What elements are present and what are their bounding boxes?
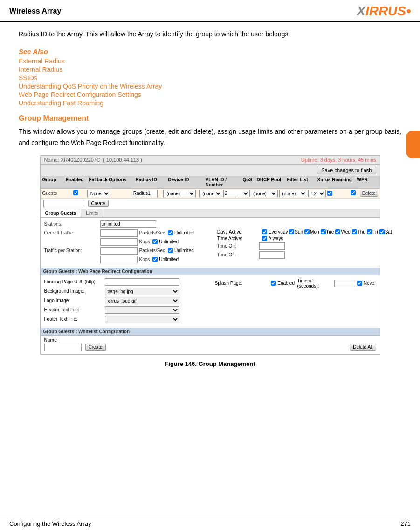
ssids-link[interactable]: SSIDs xyxy=(19,74,37,82)
device-select[interactable]: (none) xyxy=(163,190,196,197)
col-fallback: Fallback Options xyxy=(89,177,136,187)
splash-enabled-checkbox[interactable] xyxy=(271,281,276,286)
header-select[interactable] xyxy=(105,306,179,314)
cell-delete: Delete xyxy=(360,190,378,197)
overall-kbps-input[interactable] xyxy=(100,238,138,246)
external-radius-link[interactable]: External Radius xyxy=(19,57,65,65)
col-wpr: WPR xyxy=(357,177,371,187)
stations-row: Stations: xyxy=(44,220,376,228)
internal-radius-link[interactable]: Internal Radius xyxy=(19,66,62,73)
xirrus-checkbox[interactable] xyxy=(327,191,332,196)
wpr-checkbox[interactable] xyxy=(351,190,356,195)
tab-limits[interactable]: Limits xyxy=(81,209,103,217)
section-paragraph: This window allows you to manage groups … xyxy=(19,126,401,149)
stations-input[interactable] xyxy=(100,220,156,228)
header-title: Wireless Array xyxy=(9,7,61,15)
figure-caption: Figure 146. Group Management xyxy=(19,360,401,367)
device-bar: Name: XR401Z002207C ( 10.100.44.113 ) Up… xyxy=(41,156,380,165)
page-footer: Configuring the Wireless Array 271 xyxy=(0,517,420,530)
wpr-left: Landing Page URL (http): Background Imag… xyxy=(44,278,206,325)
create-row: Create xyxy=(41,199,380,209)
wpr-right: Splash Page: Enabled Timeout (seconds): … xyxy=(206,278,376,325)
wpr-panel: Landing Page URL (http): Background Imag… xyxy=(41,275,380,328)
everyday-checkbox[interactable] xyxy=(262,229,267,234)
logo-row: Logo Image: xirrus_logo.gif xyxy=(44,297,206,304)
logo-select[interactable]: xirrus_logo.gif xyxy=(105,297,179,304)
list-item[interactable]: SSIDs xyxy=(19,74,401,82)
cell-wpr xyxy=(346,190,360,196)
see-also-list: External Radius Internal Radius SSIDs Un… xyxy=(19,57,401,107)
timeout-label: Timeout (seconds): xyxy=(297,278,332,289)
splash-label: Splash Page: xyxy=(215,281,269,286)
station-kbps-input[interactable] xyxy=(100,256,138,263)
qos-select[interactable] xyxy=(237,190,250,197)
background-row: Background Image: page_bg.jpg xyxy=(44,288,206,295)
list-item[interactable]: Understanding Fast Roaming xyxy=(19,99,401,107)
whitelist-create-btn[interactable]: Create xyxy=(85,344,106,351)
col-device: Device ID xyxy=(168,177,206,187)
new-group-input[interactable] xyxy=(43,200,85,207)
cell-radius xyxy=(132,190,163,197)
create-button[interactable]: Create xyxy=(88,200,109,207)
list-item[interactable]: Internal Radius xyxy=(19,66,401,73)
dhcp-select[interactable]: (none) xyxy=(250,190,278,197)
whitelist-new-input[interactable] xyxy=(44,344,82,351)
list-item[interactable]: Understanding QoS Priority on the Wirele… xyxy=(19,83,401,90)
time-off-row: Time Off: xyxy=(217,251,392,259)
radius-input[interactable] xyxy=(132,190,158,197)
delete-all-btn[interactable]: Delete All xyxy=(350,344,376,351)
whitelist-section-header: Group Guests : Whitelist Configuration xyxy=(41,328,380,336)
footer-select[interactable] xyxy=(105,316,179,323)
time-on-input[interactable] xyxy=(259,242,285,250)
tue-check: Tue xyxy=(321,229,334,234)
vlan-select[interactable]: (none) xyxy=(199,190,222,197)
footer-right: 271 xyxy=(400,520,411,527)
station-packets-input[interactable] xyxy=(100,247,138,255)
header-row: Header Text File: xyxy=(44,306,206,314)
time-active-row: Time Active: Always xyxy=(217,236,392,241)
tab-group-guests[interactable]: Group Guests xyxy=(41,209,82,217)
intro-paragraph: Radius ID to the Array. This will allow … xyxy=(19,29,401,39)
unlimited-check-4: Unlimited xyxy=(152,257,179,262)
page-header: Wireless Array X IRRUS xyxy=(0,0,420,22)
cell-enabled xyxy=(65,190,87,196)
unlimited-cb-3[interactable] xyxy=(168,248,173,253)
tabs-row: Group Guests Limits xyxy=(41,209,380,218)
landing-page-input[interactable] xyxy=(105,278,179,286)
unlimited-check-2: Unlimited xyxy=(152,239,179,244)
unlimited-cb-1[interactable] xyxy=(168,230,173,235)
thu-check: Thu xyxy=(352,229,365,234)
traffic-per-station-row1: Traffic per Station: Packets/Sec Unlimit… xyxy=(44,247,194,255)
list-item[interactable]: Web Page Redirect Configuration Settings xyxy=(19,91,401,98)
col-dhcp: DHCP Pool xyxy=(257,177,287,187)
overall-packets-input[interactable] xyxy=(100,229,138,237)
overall-kbps-row: Kbps Unlimited xyxy=(44,238,194,246)
sun-check: Sun xyxy=(289,229,303,234)
fallback-select[interactable]: None xyxy=(87,190,110,197)
unlimited-cb-2[interactable] xyxy=(152,239,158,244)
unlimited-cb-4[interactable] xyxy=(152,257,158,262)
qos-link[interactable]: Understanding QoS Priority on the Wirele… xyxy=(19,83,162,90)
wed-check: Wed xyxy=(335,229,350,234)
save-button[interactable]: Save changes to flash xyxy=(317,166,376,174)
logo: X IRRUS xyxy=(357,4,411,19)
enabled-checkbox[interactable] xyxy=(73,190,78,195)
list-item[interactable]: External Radius xyxy=(19,57,401,65)
splash-page-row: Splash Page: Enabled Timeout (seconds): … xyxy=(215,278,376,289)
cell-qos xyxy=(236,190,250,197)
web-redirect-link[interactable]: Web Page Redirect Configuration Settings xyxy=(19,91,141,98)
see-also-section: See Also External Radius Internal Radius… xyxy=(19,48,401,107)
xirrus-select[interactable]: L2 xyxy=(308,190,326,197)
whitelist-name-header: Name xyxy=(44,337,376,343)
col-qos: QoS xyxy=(243,177,257,187)
fast-roaming-link[interactable]: Understanding Fast Roaming xyxy=(19,99,103,107)
background-select[interactable]: page_bg.jpg xyxy=(105,288,179,295)
vlan-number-input[interactable] xyxy=(223,190,237,197)
never-checkbox[interactable] xyxy=(357,281,362,286)
col-xirrus: Xirrus Roaming xyxy=(317,177,357,187)
filter-select[interactable]: (none) xyxy=(279,190,307,197)
delete-button[interactable]: Delete xyxy=(360,190,378,197)
always-checkbox[interactable] xyxy=(262,236,267,241)
timeout-input[interactable] xyxy=(334,280,355,287)
time-off-input[interactable] xyxy=(259,251,285,259)
